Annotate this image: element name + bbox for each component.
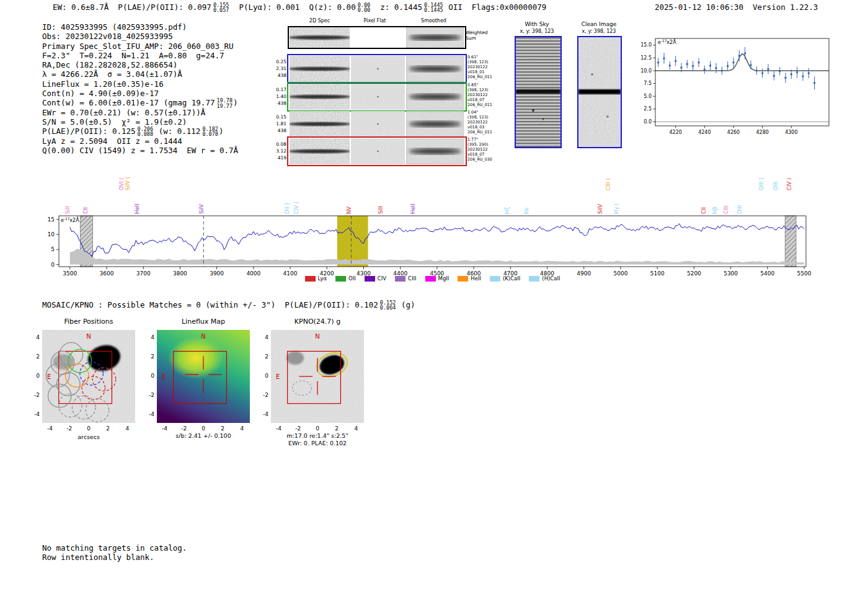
cutout-row-meta: 1.04"(398, 123)20230122v018_03206_RU_011 — [467, 110, 492, 135]
panel-xlabel: arcsecs — [42, 433, 135, 440]
elixer-detection-report: EW: 0.6±8.7Å P(LAE)/P(OII): 0.0970.1550.… — [0, 0, 868, 591]
cutout-strip — [406, 27, 464, 50]
with-sky-image — [515, 36, 562, 148]
legend-label: (K)CaII — [503, 275, 520, 282]
compass-north-label: N — [86, 333, 91, 340]
info-line: Cont(n) = 4.90(±0.09)e-17 — [42, 89, 238, 98]
cutout-strip — [290, 27, 350, 50]
x-tick-label: 4 — [122, 425, 132, 432]
kpno-cutout-image — [271, 330, 364, 423]
x-tick-label: 2 — [103, 425, 113, 432]
info-line: LyA z = 2.5094 OII z = 0.1444 — [42, 136, 238, 146]
col-header-2dspec: 2D Spec — [290, 18, 350, 24]
svg-text:10.0: 10.0 — [640, 68, 652, 74]
cutout-strip — [290, 84, 350, 112]
text-segment: (w: 0.112 — [154, 127, 200, 136]
header-stats: EW: 0.6±8.7Å P(LAE)/P(OII): 0.0970.1550.… — [53, 2, 546, 12]
cutout-strip — [406, 111, 464, 140]
info-line: Cont(w) = 6.00(±0.01)e-17 (gmag 19.7719.… — [42, 98, 238, 107]
emission-line-label: Hγ ( — [613, 203, 619, 214]
fit-data-points — [657, 47, 815, 89]
x-tick-label: 0 — [312, 425, 322, 432]
cutout-row-meta: 0.85"(398, 123)20230122v018_07206_RU_011 — [467, 82, 492, 107]
text-segment: MOSAIC/KPNO : Possible Matches = 0 (with… — [42, 300, 378, 309]
y-tick-label: 4 — [143, 334, 154, 340]
emission-line-label: HeII — [134, 203, 140, 214]
emission-line-label: CIV ( — [293, 202, 299, 214]
y-tick-label: 0 — [143, 373, 154, 379]
stacked-value: 0.1820.078 — [202, 127, 218, 136]
stacked-value: 0.000.00 — [358, 2, 370, 12]
legend-label: (H)CaII — [542, 275, 560, 282]
text-segment: RA,Dec (182.282028,52.886654) — [42, 60, 177, 69]
legend-label: MgII — [438, 275, 450, 282]
cutout-row-weights: 0.252.31438 — [268, 58, 286, 79]
x-tick-label: 2 — [218, 425, 228, 432]
y-tick-label: 2 — [257, 353, 268, 360]
clean-image — [577, 36, 622, 148]
cutout-strip — [351, 56, 405, 84]
panel-title: KPNO(24.7) g — [271, 318, 364, 326]
legend-label: CIV — [378, 275, 386, 282]
legend-swatch — [458, 276, 468, 282]
cutout-strip — [406, 84, 464, 112]
spectrum-legend: LyαOIICIVCIIIMgIIHeII(K)CaII(H)CaII — [59, 275, 806, 282]
info-line: F=2.3" T=0.224 N=1.21 A=0.80 g=24.7 — [42, 51, 238, 60]
compass-east-label: E — [162, 373, 166, 380]
text-segment: P(LAE)/P(OII): 0.125 — [42, 127, 136, 136]
emission-line-label: CII — [82, 207, 89, 214]
masked-region-hatch — [785, 216, 796, 267]
faint-source-blob — [53, 354, 74, 370]
smoothed-2d-image — [406, 56, 464, 82]
emission-line-label: CII — [701, 207, 707, 214]
emission-line-labels: SiIICIIOVI (SiIV (HeIISiIVOII ]CIV (NVSI… — [64, 177, 792, 214]
x-tick-label: -2 — [64, 425, 74, 432]
text-segment: ) — [233, 99, 238, 108]
legend-item: OII — [335, 275, 356, 282]
legend-label: OII — [348, 275, 356, 282]
legend-label: HeII — [471, 275, 481, 282]
legend-item: Lyα — [305, 275, 327, 282]
emission-line-label: SiIV ( — [125, 177, 131, 190]
text-segment: EW: 0.6±8.7Å P(LAE)/P(OII): 0.097 — [53, 2, 211, 12]
x-tick-label: -4 — [160, 425, 170, 432]
info-line: Primary Spec_Slot_IFU_AMP: 206_060_003_R… — [42, 42, 238, 51]
svg-text:12.5: 12.5 — [640, 55, 652, 61]
fit-plot-frame — [655, 38, 829, 126]
text-segment: S/N = 5.0(±0.5) χ² = 1.9(±0.2) — [42, 117, 187, 127]
svg-text:15.0: 15.0 — [640, 42, 652, 48]
spectrum-ticks: 3500360037003800390040004100420043004400… — [48, 216, 812, 277]
clean-image-coords: x, y: 398, 123 — [573, 29, 625, 34]
x-tick-label: 4 — [237, 425, 247, 432]
info-line: S/N = 5.0(±0.5) χ² = 1.9(±0.2) — [42, 117, 238, 127]
fiber-positions-panel: NE — [42, 330, 135, 423]
cutout-strip — [406, 56, 464, 84]
info-line: RA,Dec (182.282028,52.886654) — [42, 60, 238, 69]
cutout-row-weights: 0.083.12419 — [268, 141, 286, 161]
y-tick-label: -4 — [257, 411, 268, 417]
emission-line-label: OVI ( — [118, 177, 125, 190]
header-timestamp: 2025-01-12 10:06:30 Version 1.22.3 — [655, 2, 818, 12]
text-segment: P(Lyα): 0.001 Q(z): 0.00 — [229, 2, 355, 12]
2d-spec-image — [290, 27, 350, 48]
text-segment: Cont(n) = 4.90(±0.09)e-17 — [42, 89, 159, 98]
emission-line-label: CIII — [723, 206, 729, 214]
spectrum-line — [70, 224, 804, 257]
legend-swatch — [490, 276, 500, 282]
text-segment: (g) — [396, 300, 415, 309]
col-header-smoothed: Smoothed — [405, 18, 463, 24]
svg-text:15: 15 — [48, 216, 55, 223]
text-segment: Primary Spec_Slot_IFU_AMP: 206_060_003_R… — [42, 42, 234, 51]
full-spectrum-plot: 3500360037003800390040004100420043004400… — [0, 162, 868, 287]
detection-info-block: ID: 4025933995 (4025933995.pdf)Obs: 2023… — [42, 22, 238, 155]
emission-line-label: HeII — [410, 203, 416, 214]
pixel-flat-image — [351, 56, 405, 82]
text-segment: ) — [219, 127, 224, 136]
cutout-strip — [351, 84, 405, 112]
y-tick-label: -4 — [29, 411, 40, 417]
y-tick-label: 2 — [143, 353, 154, 360]
smoothed-2d-image — [406, 84, 464, 110]
x-tick-label: -2 — [293, 425, 303, 432]
target-crosshair — [185, 356, 221, 393]
text-segment: OII Flags:0x00000079 — [444, 2, 547, 12]
